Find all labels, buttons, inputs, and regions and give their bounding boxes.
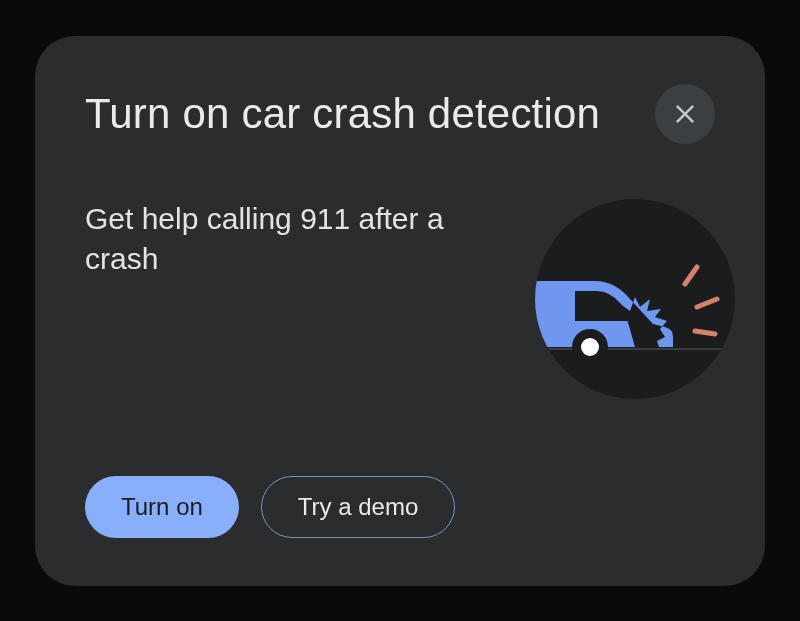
car-crash-illustration xyxy=(535,199,735,399)
svg-point-4 xyxy=(581,338,599,356)
turn-on-button[interactable]: Turn on xyxy=(85,476,239,538)
card-header: Turn on car crash detection xyxy=(85,84,715,144)
car-crash-icon xyxy=(535,199,735,399)
svg-line-5 xyxy=(685,267,697,284)
button-row: Turn on Try a demo xyxy=(85,476,715,538)
close-icon xyxy=(671,100,699,128)
close-button[interactable] xyxy=(655,84,715,144)
svg-line-6 xyxy=(697,299,717,307)
card-subtitle: Get help calling 911 after a crash xyxy=(85,199,485,476)
try-demo-button[interactable]: Try a demo xyxy=(261,476,455,538)
car-crash-detection-card: Turn on car crash detection Get help cal… xyxy=(35,36,765,586)
card-title: Turn on car crash detection xyxy=(85,90,600,138)
svg-line-7 xyxy=(695,331,715,334)
card-body: Get help calling 911 after a crash xyxy=(85,199,715,476)
